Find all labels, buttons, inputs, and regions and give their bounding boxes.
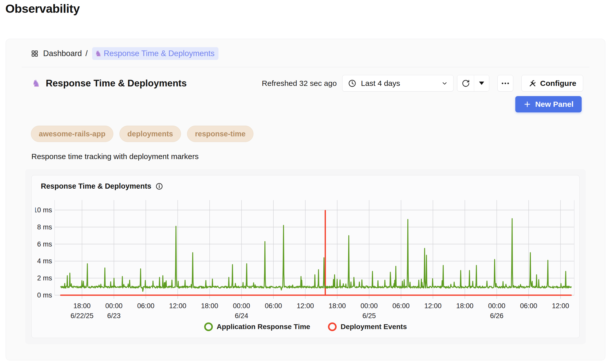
refresh-options-button[interactable] xyxy=(474,75,489,91)
svg-text:10 ms: 10 ms xyxy=(35,206,52,214)
svg-text:6/26: 6/26 xyxy=(490,312,504,320)
svg-text:6 ms: 6 ms xyxy=(37,240,52,248)
panel-header: ♞ Response Time & Deployments Refreshed … xyxy=(22,75,589,92)
svg-text:00:00: 00:00 xyxy=(488,302,506,310)
svg-text:12:00: 12:00 xyxy=(552,302,569,310)
breadcrumb-current-label: Response Time & Deployments xyxy=(104,49,214,58)
dashboard-card: Dashboard / ♞ Response Time & Deployment… xyxy=(6,39,605,360)
caret-down-icon xyxy=(479,82,484,85)
chart-card: Response Time & Deployments 0 ms2 ms4 ms… xyxy=(31,175,580,338)
legend-label: Application Response Time xyxy=(217,323,310,331)
svg-text:00:00: 00:00 xyxy=(361,302,378,310)
svg-text:06:00: 06:00 xyxy=(393,302,410,310)
breadcrumb-separator: / xyxy=(85,49,88,58)
ellipsis-icon xyxy=(502,83,503,84)
tag-pill[interactable]: deployments xyxy=(119,126,181,142)
panel-title: Response Time & Deployments xyxy=(46,78,187,89)
svg-text:18:00: 18:00 xyxy=(74,302,91,310)
info-icon[interactable] xyxy=(155,183,163,190)
legend-ring-icon xyxy=(328,322,337,331)
configure-label: Configure xyxy=(540,79,576,88)
observability-page: Observability Dashboard / ♞ Response Tim… xyxy=(0,0,611,364)
refresh-split-button xyxy=(457,75,489,92)
breadcrumb-current-link[interactable]: ♞ Response Time & Deployments xyxy=(92,47,218,60)
panel-controls: Refreshed 32 sec ago Last 4 days xyxy=(262,75,583,92)
svg-text:18:00: 18:00 xyxy=(329,302,346,310)
svg-text:0 ms: 0 ms xyxy=(37,291,52,299)
chart-title: Response Time & Deployments xyxy=(41,182,151,190)
svg-text:06:00: 06:00 xyxy=(265,302,282,310)
svg-text:18:00: 18:00 xyxy=(201,302,218,310)
clock-icon xyxy=(348,79,356,87)
new-panel-label: New Panel xyxy=(535,100,573,109)
breadcrumb-dashboard-link[interactable]: Dashboard xyxy=(43,49,82,58)
ellipsis-icon xyxy=(505,83,506,84)
svg-text:2 ms: 2 ms xyxy=(37,274,52,282)
legend-item[interactable]: Application Response Time xyxy=(204,322,310,331)
legend-ring-icon xyxy=(204,322,213,331)
svg-text:18:00: 18:00 xyxy=(456,302,474,310)
svg-text:8 ms: 8 ms xyxy=(37,223,52,231)
legend-label: Deployment Events xyxy=(340,323,407,331)
svg-text:6/23: 6/23 xyxy=(107,312,121,320)
refresh-button[interactable] xyxy=(457,75,474,91)
svg-text:6/25: 6/25 xyxy=(362,312,376,320)
svg-text:6/24: 6/24 xyxy=(235,312,248,320)
carousel-horse-icon: ♞ xyxy=(95,50,102,57)
panel-description: Response time tracking with deployment m… xyxy=(22,152,589,161)
ellipsis-icon xyxy=(507,83,509,84)
chart-legend: Application Response TimeDeployment Even… xyxy=(35,322,576,331)
new-panel-button[interactable]: New Panel xyxy=(515,96,582,112)
page-title: Observability xyxy=(5,2,80,16)
time-range-value: Last 4 days xyxy=(361,79,400,88)
configure-button[interactable]: Configure xyxy=(521,75,583,92)
svg-text:06:00: 06:00 xyxy=(137,302,155,310)
svg-text:6/22/25: 6/22/25 xyxy=(70,312,93,320)
breadcrumb-divider xyxy=(22,67,589,67)
dashboard-grid-icon xyxy=(31,50,39,57)
plus-icon xyxy=(523,100,531,108)
svg-text:06:00: 06:00 xyxy=(520,302,537,310)
panel-title-group: ♞ Response Time & Deployments xyxy=(32,78,187,89)
tools-icon xyxy=(528,79,536,87)
svg-text:12:00: 12:00 xyxy=(169,302,187,310)
svg-text:00:00: 00:00 xyxy=(105,302,123,310)
svg-text:12:00: 12:00 xyxy=(297,302,314,310)
svg-text:12:00: 12:00 xyxy=(424,302,442,310)
refreshed-status: Refreshed 32 sec ago xyxy=(262,79,337,88)
tag-pill[interactable]: response-time xyxy=(187,126,253,142)
svg-text:00:00: 00:00 xyxy=(233,302,250,310)
response-time-chart[interactable]: 0 ms2 ms4 ms6 ms8 ms10 ms18:006/22/2500:… xyxy=(35,193,576,320)
carousel-horse-icon: ♞ xyxy=(32,79,40,88)
chart-wrapper: Response Time & Deployments 0 ms2 ms4 ms… xyxy=(25,169,586,344)
new-panel-row: New Panel xyxy=(22,96,589,112)
chevron-down-icon xyxy=(441,80,448,87)
refresh-icon xyxy=(462,79,470,87)
more-options-button[interactable] xyxy=(497,75,513,92)
chart-title-row: Response Time & Deployments xyxy=(35,182,576,190)
legend-item[interactable]: Deployment Events xyxy=(328,322,407,331)
svg-text:4 ms: 4 ms xyxy=(37,257,52,265)
time-range-select[interactable]: Last 4 days xyxy=(342,75,454,92)
breadcrumb: Dashboard / ♞ Response Time & Deployment… xyxy=(22,39,589,67)
tags-row: awesome-rails-appdeploymentsresponse-tim… xyxy=(22,126,589,142)
tag-pill[interactable]: awesome-rails-app xyxy=(31,126,113,142)
